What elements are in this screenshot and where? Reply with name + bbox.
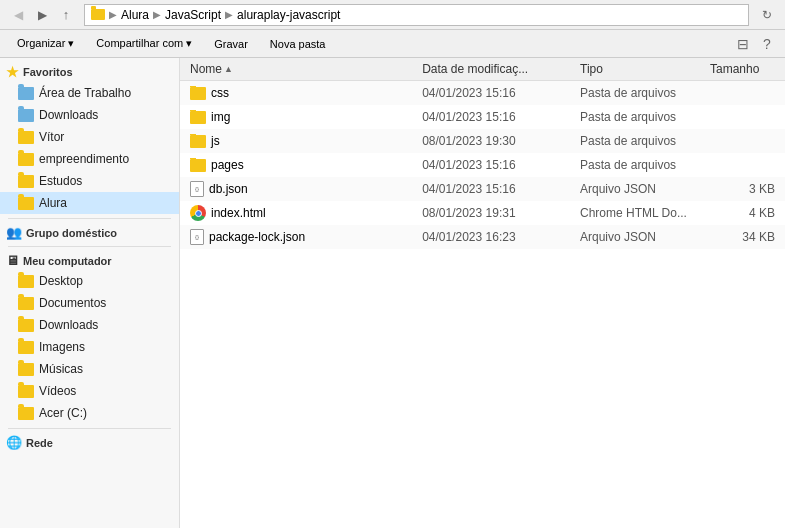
file-list-header: Nome ▲ Data de modificaç... Tipo Tamanho	[180, 58, 785, 81]
sidebar-item-label: Vítor	[39, 130, 64, 144]
file-date-cell: 04/01/2023 15:16	[422, 86, 580, 100]
view-toggle-button[interactable]: ⊟	[733, 34, 753, 54]
file-date-cell: 08/01/2023 19:31	[422, 206, 580, 220]
divider-1	[8, 218, 171, 219]
file-name-label: css	[211, 86, 229, 100]
file-size-cell: 3 KB	[710, 182, 785, 196]
sidebar-item-area-trabalho[interactable]: Área de Trabalho	[0, 82, 179, 104]
favorites-header: ★ Favoritos	[0, 62, 179, 82]
sidebar-item-label: Área de Trabalho	[39, 86, 131, 100]
table-row[interactable]: js 08/01/2023 19:30 Pasta de arquivos	[180, 129, 785, 153]
chrome-inner-circle	[195, 210, 202, 217]
refresh-button[interactable]: ↻	[757, 5, 777, 25]
sidebar-item-downloads-fav[interactable]: Downloads	[0, 104, 179, 126]
file-type-cell: Arquivo JSON	[580, 230, 710, 244]
table-row[interactable]: index.html 08/01/2023 19:31 Chrome HTML …	[180, 201, 785, 225]
folder-icon	[18, 341, 34, 354]
nova-pasta-button[interactable]: Nova pasta	[261, 35, 335, 53]
sidebar-item-label: Downloads	[39, 318, 98, 332]
divider-3	[8, 428, 171, 429]
folder-icon	[18, 385, 34, 398]
divider-2	[8, 246, 171, 247]
path-segment-aluraplay[interactable]: aluraplay-javascript	[237, 8, 340, 22]
path-segment-js[interactable]: JavaScript	[165, 8, 221, 22]
sidebar-item-label: Documentos	[39, 296, 106, 310]
file-name-cell: index.html	[180, 205, 422, 221]
sidebar-item-label: Acer (C:)	[39, 406, 87, 420]
favorites-section: ★ Favoritos Área de Trabalho Downloads V…	[0, 62, 179, 214]
col-header-size[interactable]: Tamanho	[710, 62, 785, 76]
file-date-cell: 04/01/2023 16:23	[422, 230, 580, 244]
col-size-label: Tamanho	[710, 62, 759, 76]
network-section: 🌐 Rede	[0, 433, 179, 452]
file-name-cell: pages	[180, 158, 422, 172]
sidebar-item-downloads[interactable]: Downloads	[0, 314, 179, 336]
file-name-label: img	[211, 110, 230, 124]
file-type-cell: Pasta de arquivos	[580, 110, 710, 124]
sort-arrow-icon: ▲	[224, 64, 233, 74]
computer-header: 🖥 Meu computador	[0, 251, 179, 270]
file-type-cell: Pasta de arquivos	[580, 158, 710, 172]
json-file-icon: {}	[190, 181, 204, 197]
json-file-icon: {}	[190, 229, 204, 245]
file-name-label: db.json	[209, 182, 248, 196]
sidebar-item-videos[interactable]: Vídeos	[0, 380, 179, 402]
folder-icon	[18, 131, 34, 144]
sidebar-item-desktop[interactable]: Desktop	[0, 270, 179, 292]
file-type-cell: Arquivo JSON	[580, 182, 710, 196]
folder-icon	[18, 175, 34, 188]
forward-button[interactable]: ▶	[32, 5, 52, 25]
up-button[interactable]: ↑	[56, 5, 76, 25]
table-row[interactable]: {} db.json 04/01/2023 15:16 Arquivo JSON…	[180, 177, 785, 201]
network-label: Rede	[26, 437, 53, 449]
sidebar-item-alura[interactable]: Alura	[0, 192, 179, 214]
sidebar-item-vitor[interactable]: Vítor	[0, 126, 179, 148]
group-icon: 👥	[6, 225, 22, 240]
sidebar-item-label: Estudos	[39, 174, 82, 188]
sidebar-item-empreendimento[interactable]: empreendimento	[0, 148, 179, 170]
sidebar-item-label: empreendimento	[39, 152, 129, 166]
organizar-button[interactable]: Organizar ▾	[8, 34, 83, 53]
col-header-date[interactable]: Data de modificaç...	[422, 62, 580, 76]
path-segment-alura[interactable]: Alura	[121, 8, 149, 22]
sidebar-item-label: Músicas	[39, 362, 83, 376]
compartilhar-button[interactable]: Compartilhar com ▾	[87, 34, 201, 53]
sidebar-item-musicas[interactable]: Músicas	[0, 358, 179, 380]
table-row[interactable]: css 04/01/2023 15:16 Pasta de arquivos	[180, 81, 785, 105]
file-date-cell: 04/01/2023 15:16	[422, 110, 580, 124]
col-header-type[interactable]: Tipo	[580, 62, 710, 76]
file-name-cell: js	[180, 134, 422, 148]
file-size-cell: 4 KB	[710, 206, 785, 220]
folder-icon	[190, 87, 206, 100]
col-name-label: Nome	[190, 62, 222, 76]
sidebar-item-label: Alura	[39, 196, 67, 210]
network-icon: 🌐	[6, 435, 22, 450]
file-date-cell: 04/01/2023 15:16	[422, 158, 580, 172]
folder-icon	[18, 297, 34, 310]
back-button[interactable]: ◀	[8, 5, 28, 25]
table-row[interactable]: pages 04/01/2023 15:16 Pasta de arquivos	[180, 153, 785, 177]
sidebar-item-documentos[interactable]: Documentos	[0, 292, 179, 314]
sidebar-item-acer[interactable]: Acer (C:)	[0, 402, 179, 424]
help-button[interactable]: ?	[757, 34, 777, 54]
address-bar: ◀ ▶ ↑ ▶ Alura ▶ JavaScript ▶ aluraplay-j…	[0, 0, 785, 30]
folder-icon	[190, 111, 206, 124]
file-name-label: package-lock.json	[209, 230, 305, 244]
folder-icon	[190, 159, 206, 172]
sidebar-item-imagens[interactable]: Imagens	[0, 336, 179, 358]
gravar-button[interactable]: Gravar	[205, 35, 257, 53]
file-name-cell: {} package-lock.json	[180, 229, 422, 245]
file-name-label: index.html	[211, 206, 266, 220]
col-header-name[interactable]: Nome ▲	[180, 62, 422, 76]
favorites-label: Favoritos	[23, 66, 73, 78]
folder-icon	[18, 363, 34, 376]
table-row[interactable]: img 04/01/2023 15:16 Pasta de arquivos	[180, 105, 785, 129]
sidebar-item-label: Desktop	[39, 274, 83, 288]
sidebar-item-estudos[interactable]: Estudos	[0, 170, 179, 192]
sidebar-item-label: Downloads	[39, 108, 98, 122]
path-bar[interactable]: ▶ Alura ▶ JavaScript ▶ aluraplay-javascr…	[84, 4, 749, 26]
file-date-cell: 08/01/2023 19:30	[422, 134, 580, 148]
folder-icon	[18, 319, 34, 332]
file-name-label: js	[211, 134, 220, 148]
table-row[interactable]: {} package-lock.json 04/01/2023 16:23 Ar…	[180, 225, 785, 249]
